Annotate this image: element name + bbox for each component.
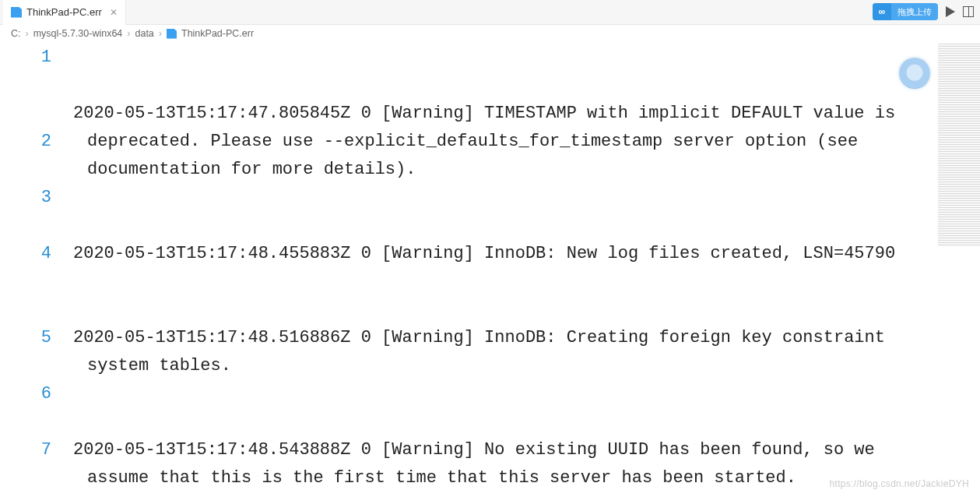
file-icon bbox=[167, 29, 177, 39]
run-icon[interactable] bbox=[946, 6, 955, 17]
tab-active[interactable]: ThinkPad-PC.err ✕ bbox=[3, 0, 126, 25]
close-icon[interactable]: ✕ bbox=[110, 7, 118, 18]
log-line: 2020-05-13T15:17:48.516886Z 0 [Warning] … bbox=[73, 324, 902, 380]
breadcrumb-seg[interactable]: mysql-5.7.30-winx64 bbox=[33, 28, 123, 39]
toolbar-right: ∞ 拖拽上传 bbox=[873, 3, 974, 20]
breadcrumb-seg[interactable]: data bbox=[135, 28, 153, 39]
chevron-right-icon: › bbox=[159, 28, 162, 39]
line-number: 7 bbox=[0, 436, 51, 464]
line-number: 6 bbox=[0, 380, 51, 408]
tab-title: ThinkPad-PC.err bbox=[26, 6, 102, 18]
log-line: 2020-05-13T15:17:48.455883Z 0 [Warning] … bbox=[73, 240, 902, 268]
log-line: 2020-05-13T15:17:47.805845Z 0 [Warning] … bbox=[73, 100, 902, 184]
chevron-right-icon: › bbox=[26, 28, 29, 39]
log-line: 2020-05-13T15:17:48.543888Z 0 [Warning] … bbox=[73, 436, 902, 497]
assistant-badge-icon[interactable] bbox=[899, 58, 930, 89]
chevron-right-icon: › bbox=[127, 28, 130, 39]
line-number: 3 bbox=[0, 184, 51, 212]
upload-label: 拖拽上传 bbox=[891, 6, 938, 18]
upload-icon: ∞ bbox=[873, 3, 891, 20]
upload-button[interactable]: ∞ 拖拽上传 bbox=[873, 3, 938, 20]
line-number: 2 bbox=[0, 128, 51, 156]
tab-bar: ThinkPad-PC.err ✕ bbox=[0, 0, 980, 25]
breadcrumb-seg[interactable]: C: bbox=[11, 28, 21, 39]
code-content[interactable]: 2020-05-13T15:17:47.805845Z 0 [Warning] … bbox=[70, 42, 980, 497]
watermark-text: https://blog.csdn.net/JackieDYH bbox=[830, 478, 969, 489]
split-editor-icon[interactable] bbox=[963, 6, 974, 17]
line-number: 4 bbox=[0, 240, 51, 268]
breadcrumb-seg[interactable]: ThinkPad-PC.err bbox=[181, 28, 254, 39]
minimap[interactable] bbox=[938, 44, 980, 246]
line-number-gutter: 1 2 3 4 5 6 7 bbox=[0, 42, 70, 497]
breadcrumb[interactable]: C: › mysql-5.7.30-winx64 › data › ThinkP… bbox=[0, 25, 980, 42]
editor-area[interactable]: 1 2 3 4 5 6 7 2020-05-13T15:17:47.805845… bbox=[0, 42, 980, 497]
line-number: 1 bbox=[0, 44, 51, 72]
file-icon bbox=[11, 7, 22, 18]
line-number: 5 bbox=[0, 324, 51, 352]
